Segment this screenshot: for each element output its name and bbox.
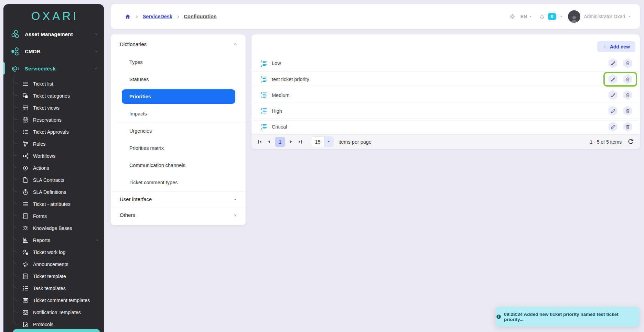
sidebar-item-ticket-template[interactable]: Ticket template <box>3 270 104 282</box>
bulb-icon <box>22 225 29 232</box>
sidebar-item-notification-templates[interactable]: Notification Templates <box>3 306 104 318</box>
sidebar-item-workflows[interactable]: Workflows <box>3 150 104 162</box>
sidebar-item-cmdb[interactable]: CMDB <box>3 43 104 60</box>
notifications-bell-icon[interactable] <box>539 13 545 20</box>
inbox-icon <box>22 309 29 316</box>
svg-text:2: 2 <box>261 80 262 83</box>
breadcrumb-separator: › <box>177 13 179 20</box>
hexagon-cluster-filled-icon <box>11 47 20 56</box>
user-menu[interactable]: Administrator Oxari <box>584 14 632 19</box>
ordered-list-icon: 12 <box>260 76 267 83</box>
dictionary-item-statuses[interactable]: Statuses <box>111 71 246 88</box>
caret-down-icon <box>529 15 533 19</box>
page-size-value: 15 <box>311 137 324 147</box>
next-page-button[interactable] <box>288 139 294 145</box>
trash-icon <box>625 60 631 66</box>
sidebar-item-ticket-comment-templates[interactable]: Ticket comment templates <box>3 294 104 306</box>
row-actions <box>603 88 637 102</box>
dictionary-item-priorities-matrix[interactable]: Priorities matrix <box>111 140 246 157</box>
add-new-button[interactable]: Add new <box>597 41 635 52</box>
delete-button[interactable] <box>623 90 633 100</box>
sidebar-item-ticket-categories[interactable]: Ticket categories <box>3 90 104 102</box>
sidebar-item-forms[interactable]: Forms <box>3 210 104 222</box>
notifications-caret-down-icon[interactable] <box>559 15 563 19</box>
dictionary-item-priorities[interactable]: Priorities <box>122 89 235 104</box>
dictionary-item-communication-channels[interactable]: Communication channels <box>111 157 246 174</box>
chevron-down-icon <box>95 238 99 242</box>
section-dictionaries[interactable]: Dictionaries <box>111 34 246 54</box>
user-avatar[interactable] <box>568 10 580 23</box>
section-others[interactable]: Others <box>111 207 246 223</box>
header-bar: › ServiceDesk › Configuration EN 0 Admin… <box>111 4 640 29</box>
sidebar-item-sla-contracts[interactable]: SLA Contracts <box>3 174 104 186</box>
section-user-interface[interactable]: User interface <box>111 191 246 207</box>
home-icon[interactable] <box>125 13 131 20</box>
sidebar-item-ticket-views[interactable]: Ticket views <box>3 102 104 114</box>
sidebar-active-item-pill[interactable] <box>13 329 100 332</box>
edit-button[interactable] <box>608 90 618 100</box>
first-page-button[interactable] <box>257 139 263 145</box>
section-label: Dictionaries <box>120 41 233 47</box>
breadcrumb-separator: › <box>136 13 138 20</box>
target-icon <box>22 165 29 171</box>
row-actions <box>603 119 637 134</box>
headset-icon <box>11 64 20 73</box>
settings-gear-icon[interactable] <box>509 13 516 20</box>
sidebar-item-protocols[interactable]: Protocols <box>3 318 104 330</box>
refresh-icon[interactable] <box>627 138 634 145</box>
sidebar-item-announcements[interactable]: Announcements <box>3 258 104 270</box>
hexagon-cluster-icon <box>11 30 20 39</box>
svg-text:1: 1 <box>261 60 262 63</box>
sidebar-item-reports[interactable]: Reports <box>3 234 104 246</box>
checklist-icon <box>22 129 29 135</box>
delete-button[interactable] <box>623 74 633 84</box>
document-lines-icon <box>22 273 29 280</box>
share-icon <box>22 141 29 147</box>
priority-row-critical: 12 Critical <box>251 119 640 134</box>
delete-button[interactable] <box>623 58 633 68</box>
chevron-down-icon <box>233 213 237 217</box>
sidebar-item-rules[interactable]: Rules <box>3 138 104 150</box>
sidebar-item-servicedesk[interactable]: Servicedesk <box>3 60 104 77</box>
dictionary-item-impacts[interactable]: Impacts <box>111 105 246 122</box>
previous-page-button[interactable] <box>266 139 272 145</box>
sidebar-item-ticket-list[interactable]: Ticket list <box>3 78 104 90</box>
chart-icon <box>22 237 29 244</box>
app-logo: OXARI <box>3 10 104 23</box>
sidebar-item-ticket-attributes[interactable]: Ticket - attributes <box>3 198 104 210</box>
breadcrumb-configuration[interactable]: Configuration <box>184 14 217 19</box>
last-page-button[interactable] <box>297 139 303 145</box>
sidebar-item-knowledge-bases[interactable]: Knowledge Bases <box>3 222 104 234</box>
sidebar-item-task-templates[interactable]: Task templates <box>3 282 104 294</box>
person-clock-icon <box>22 249 29 256</box>
page-number-button[interactable]: 1 <box>275 137 285 147</box>
dictionary-item-urgencies[interactable]: Urgencies <box>111 122 246 140</box>
breadcrumb-servicedesk[interactable]: ServiceDesk <box>143 14 172 19</box>
plus-icon <box>603 45 607 49</box>
sidebar-item-actions[interactable]: Actions <box>3 162 104 174</box>
edit-button[interactable] <box>608 122 618 132</box>
language-selector[interactable]: EN <box>520 14 533 19</box>
sidebar-item-ticket-approvals[interactable]: Ticket Approvals <box>3 126 104 138</box>
ordered-list-icon: 12 <box>260 107 267 114</box>
chevron-down-icon <box>94 49 98 53</box>
chevron-down-icon <box>233 197 237 201</box>
dictionary-item-ticket-comment-types[interactable]: Ticket comment types <box>111 174 246 191</box>
edit-button[interactable] <box>608 106 618 116</box>
info-icon <box>496 314 502 320</box>
svg-text:1: 1 <box>261 107 262 110</box>
add-new-label: Add new <box>610 44 630 49</box>
delete-button[interactable] <box>623 106 633 116</box>
edit-button[interactable] <box>608 58 618 68</box>
dictionary-item-types[interactable]: Types <box>111 54 246 71</box>
sidebar-item-reservations[interactable]: Reservations <box>3 114 104 126</box>
page-size-select[interactable]: 15 <box>311 136 334 147</box>
sidebar-item-asset-management[interactable]: Asset Management <box>3 25 104 43</box>
table-icon <box>22 104 29 111</box>
delete-button[interactable] <box>623 122 633 132</box>
edit-button[interactable] <box>608 74 618 84</box>
sidebar-item-sla-definitions[interactable]: SLA Definitions <box>3 186 104 198</box>
person-icon <box>569 14 579 23</box>
sidebar-item-ticket-work-log[interactable]: Ticket work log <box>3 246 104 258</box>
priority-row-medium: 12 Medium <box>251 87 640 103</box>
